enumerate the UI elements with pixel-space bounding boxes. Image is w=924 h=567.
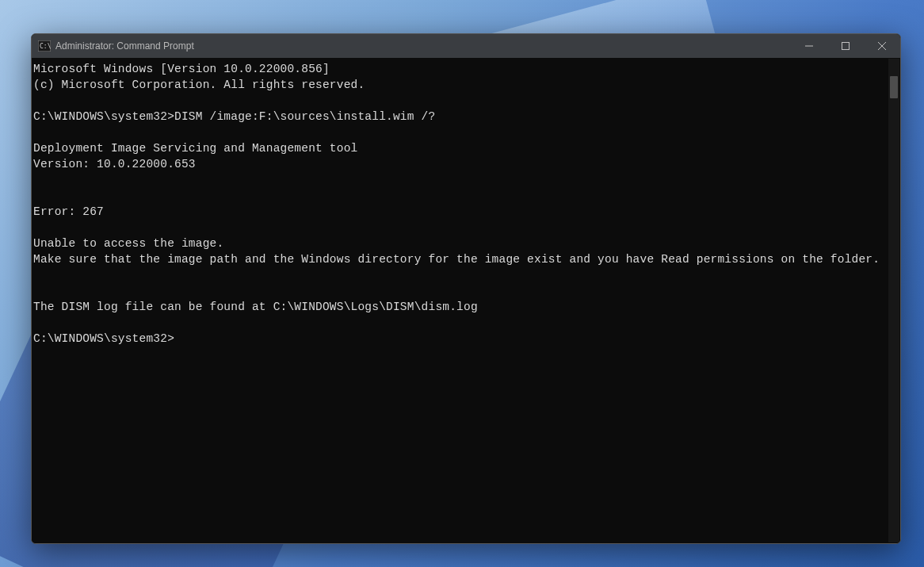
- window-title: Administrator: Command Prompt: [55, 40, 791, 52]
- terminal-output: Microsoft Windows [Version 10.0.22000.85…: [33, 61, 899, 347]
- terminal-line: [33, 125, 899, 140]
- terminal-line: [33, 315, 899, 331]
- terminal-line: Unable to access the image.: [33, 236, 899, 251]
- maximize-button[interactable]: [827, 34, 864, 58]
- terminal-line: Make sure that the image path and the Wi…: [33, 251, 899, 267]
- terminal-line: Error: 267: [33, 204, 899, 220]
- terminal-line: [33, 188, 899, 204]
- svg-rect-3: [842, 43, 850, 50]
- terminal-line: Version: 10.0.22000.653: [33, 156, 899, 172]
- terminal-line: [33, 220, 899, 236]
- cmd-icon: C:\: [38, 40, 51, 52]
- terminal-line: [33, 283, 899, 299]
- terminal-line: The DISM log file can be found at C:\WIN…: [33, 299, 899, 315]
- svg-text:C:\: C:\: [40, 43, 51, 50]
- command-prompt-window: C:\ Administrator: Command Prompt Micros…: [31, 33, 901, 544]
- window-controls: [791, 34, 900, 58]
- terminal-line: C:\WINDOWS\system32>: [33, 331, 899, 347]
- terminal-line: Microsoft Windows [Version 10.0.22000.85…: [33, 61, 899, 77]
- scrollbar-track[interactable]: [888, 59, 899, 542]
- terminal-line: [33, 172, 899, 188]
- window-titlebar[interactable]: C:\ Administrator: Command Prompt: [32, 34, 900, 58]
- minimize-button[interactable]: [791, 34, 827, 58]
- terminal-line: [33, 93, 899, 109]
- terminal-line: C:\WINDOWS\system32>DISM /image:F:\sourc…: [33, 109, 899, 125]
- terminal-line: (c) Microsoft Corporation. All rights re…: [33, 77, 899, 93]
- scrollbar-thumb[interactable]: [890, 76, 898, 98]
- close-button[interactable]: [864, 34, 900, 58]
- terminal-body[interactable]: Microsoft Windows [Version 10.0.22000.85…: [32, 58, 900, 543]
- terminal-line: Deployment Image Servicing and Managemen…: [33, 140, 899, 156]
- terminal-line: [33, 267, 899, 283]
